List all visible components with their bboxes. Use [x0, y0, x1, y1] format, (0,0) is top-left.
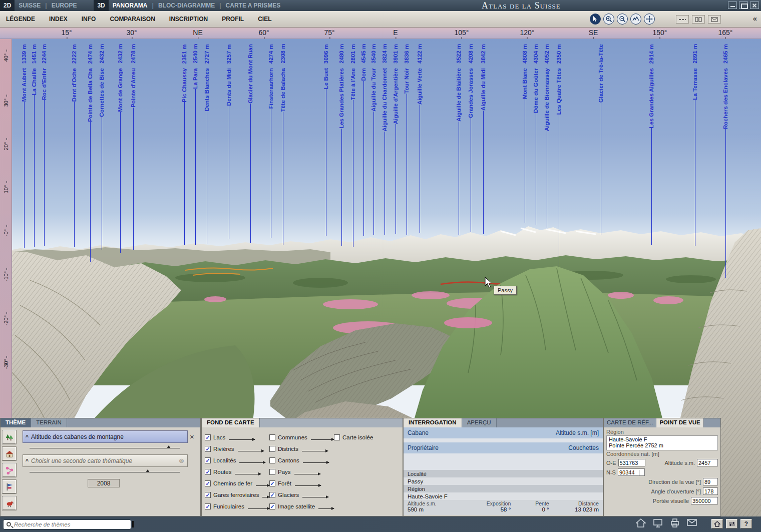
slider-handle[interactable]	[146, 469, 150, 472]
checkbox-districts[interactable]	[269, 446, 275, 452]
slider-handle[interactable]	[167, 445, 171, 448]
close-icon[interactable]	[750, 2, 759, 9]
menu-item-comparaison[interactable]: COMPARAISON	[110, 16, 155, 23]
mode-carte-a-prismes[interactable]: CARTE A PRISMES	[222, 2, 285, 9]
peak-label-aiguille-de-bionnassay[interactable]: Aiguille de Bionnassay4052 m	[544, 44, 550, 228]
peak-label-tour-noir[interactable]: Tour Noir3836 m	[404, 44, 410, 235]
mode-bloc-diagramme[interactable]: BLOC-DIAGRAMME	[154, 2, 219, 9]
checkbox-cantons[interactable]	[269, 457, 275, 463]
visual-range-field[interactable]: 350000	[691, 497, 718, 504]
opacity-slider[interactable]	[229, 439, 255, 440]
ns-field[interactable]: 90344	[618, 468, 645, 476]
tab-carte-de-reference[interactable]: CARTE DE RÉF...	[604, 418, 656, 427]
home-view-button[interactable]	[711, 519, 723, 528]
mode-2d[interactable]: 2D	[0, 0, 15, 11]
menu-item-inscription[interactable]: INSCRIPTION	[169, 16, 208, 23]
tab-interrogation[interactable]: INTERROGATION	[404, 418, 462, 427]
peak-label-les-grandes-aiguilles[interactable]: Les Grandes Aiguilles2914 m	[648, 44, 655, 245]
opacity-slider[interactable]	[302, 497, 328, 497]
checkbox-pays[interactable]	[269, 469, 275, 475]
menu-item-ciel[interactable]: CIEL	[258, 16, 271, 23]
checkbox-funiculaires[interactable]: ✓	[205, 503, 211, 509]
tab-point-de-vue[interactable]: POINT DE VUE	[656, 418, 703, 427]
print-icon[interactable]	[670, 518, 680, 529]
peak-label-dents-blanches[interactable]: Dents Blanches2727 m	[204, 44, 210, 244]
second-theme-combo[interactable]: ^ Choisir une seconde carte thématique ⊗	[23, 454, 188, 467]
peak-label-rochers-des-enclaves[interactable]: Rochers des Enclaves2465 m	[722, 44, 729, 278]
opacity-slider[interactable]	[239, 462, 265, 463]
link-button[interactable]	[726, 519, 737, 528]
peak-label-aiguille-de-blaiti-re[interactable]: Aiguille de Blaitière3522 m	[456, 44, 462, 235]
peak-label-grandes-jorasses[interactable]: Grandes Jorasses4208 m	[468, 44, 474, 232]
checkbox-glaciers[interactable]: ✓	[269, 492, 275, 498]
opacity-slider[interactable]	[262, 497, 269, 497]
fauna-icon[interactable]	[3, 496, 16, 510]
peak-label-la-chaille[interactable]: La Chaille1451 m	[31, 44, 38, 247]
peak-label-roc-d-enfer[interactable]: Roc d'Enfer2244 m	[41, 44, 48, 246]
peak-label-aiguille-verte[interactable]: Aiguille Verte4122 m	[417, 44, 423, 233]
peak-label-aiguille-du-midi[interactable]: Aiguille du Midi3842 m	[480, 44, 487, 234]
checkbox-for-t[interactable]: ✓	[269, 480, 275, 486]
opacity-slider[interactable]	[248, 508, 269, 509]
peak-label-mont-blanc[interactable]: Mont Blanc4808 m	[522, 44, 528, 223]
politics-flag-icon[interactable]	[3, 480, 16, 493]
oe-field[interactable]: 531763	[618, 459, 645, 466]
checkbox-rivi-res[interactable]: ✓	[205, 446, 211, 452]
peak-label-cornettes-de-bise[interactable]: Cornettes de Bise2432 m	[99, 44, 105, 250]
peak-label-aiguille-du-chardonnet[interactable]: Aiguille du Chardonnet3824 m	[382, 44, 388, 235]
mail-icon[interactable]	[687, 518, 697, 529]
opacity-slider[interactable]	[238, 451, 264, 451]
time-slider[interactable]	[30, 472, 180, 472]
peak-label-pic-chaussy[interactable]: Pic Chaussy2351 m	[181, 44, 188, 245]
opacity-slider[interactable]	[235, 474, 261, 474]
opacity-slider[interactable]	[318, 508, 334, 509]
zoom-out-icon[interactable]	[617, 14, 628, 25]
menu-item-index[interactable]: INDEX	[49, 16, 68, 23]
pointer-tool-icon[interactable]	[590, 14, 601, 25]
mode-panorama[interactable]: PANORAMA	[109, 2, 152, 9]
direction-field[interactable]: 89	[703, 478, 718, 485]
peak-label-aiguille-du-tour[interactable]: Aiguille du Tour3540 m	[370, 44, 377, 235]
menu-item-info[interactable]: INFO	[82, 16, 96, 23]
opacity-slider[interactable]	[311, 439, 334, 440]
help-button[interactable]: ?	[740, 519, 752, 528]
checkbox-gares-ferroviaires[interactable]: ✓	[205, 492, 211, 498]
peak-label-dents-du-midi[interactable]: Dents du Midi3257 m	[226, 44, 232, 239]
peak-label-glacier-du-mont-ruan[interactable]: Glacier du Mont Ruan	[247, 44, 254, 243]
expand-combo-icon[interactable]: ^	[23, 458, 31, 464]
send-view-icon[interactable]	[708, 15, 721, 24]
pan-tool-icon[interactable]	[644, 14, 655, 25]
collapse-panel-icon[interactable]: «	[751, 14, 759, 23]
peak-label-t-te-de-balacha[interactable]: Tête de Balacha2308 m	[280, 44, 286, 245]
peak-label-pointe-de-bella-cha[interactable]: Pointe de Bella Cha2474 m	[87, 44, 94, 262]
maximize-icon[interactable]	[739, 2, 748, 9]
altitude-field[interactable]: 2457	[697, 459, 718, 466]
split-view-icon[interactable]	[692, 15, 705, 24]
theme-opacity-slider[interactable]	[30, 448, 180, 448]
mode-suisse[interactable]: SUISSE	[15, 2, 45, 9]
opacity-slider[interactable]	[294, 474, 320, 474]
peak-label-glacier-de-tr-la-t-te[interactable]: Glacier de Tré-la-Tête	[598, 44, 604, 235]
vegetation-icon[interactable]	[3, 430, 16, 444]
remove-second-theme-icon[interactable]: ⊗	[179, 457, 184, 464]
peak-label-t-te-l-ane[interactable]: Tête à l'Ane2801 m	[350, 44, 356, 247]
checkbox-localit-s[interactable]: ✓	[205, 457, 211, 463]
checkbox-lacs[interactable]: ✓	[205, 434, 211, 440]
peak-label-dent-d-oche[interactable]: Dent d'Oche2222 m	[71, 44, 78, 247]
home-icon[interactable]	[636, 518, 646, 529]
peak-label-les-quatre-t-tes[interactable]: Les Quatre Têtes2350 m	[556, 44, 562, 268]
measure-icon[interactable]	[676, 15, 689, 24]
opacity-slider[interactable]	[256, 485, 269, 486]
peak-label-pointe-d-arreu[interactable]: Pointe d'Arreu2478 m	[130, 44, 137, 250]
menu-item-profil[interactable]: PROFIL	[222, 16, 244, 23]
checkbox-carte-isol-e[interactable]	[334, 434, 340, 440]
selected-theme-row[interactable]: ^ Altitude des cabanes de montagne	[23, 430, 188, 443]
peak-label-la-para[interactable]: La Para2540 m	[192, 44, 199, 245]
tab-fond-de-carte[interactable]: FOND DE CARTE	[202, 418, 260, 427]
opacity-slider[interactable]	[302, 451, 328, 451]
opacity-slider[interactable]	[295, 485, 321, 486]
tab-terrain[interactable]: TERRAIN	[31, 418, 67, 427]
checkbox-communes[interactable]	[269, 434, 275, 440]
screen-icon[interactable]	[653, 518, 663, 529]
minimize-icon[interactable]	[728, 2, 737, 9]
